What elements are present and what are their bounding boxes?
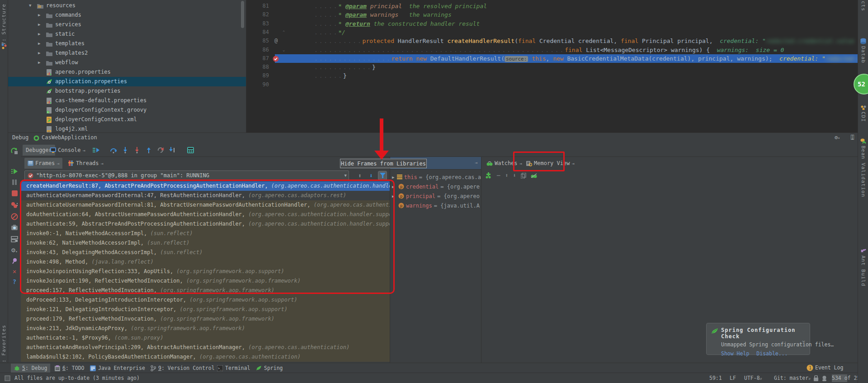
chevron-collapsed-icon[interactable]: ▶ [38,58,40,67]
hide-frames-filter-icon[interactable] [378,171,387,180]
drop-frame-icon[interactable] [156,146,165,154]
code-line-85[interactable]: ..........protected HandlerResult create… [314,37,854,45]
gutter-line-number[interactable]: 86 [249,46,269,54]
step-out-icon[interactable] [145,146,153,154]
gutter-line-number[interactable]: 87 [249,54,269,63]
toolwindow-button-6-todo[interactable]: 6: TODO [52,364,87,373]
code-line-83[interactable]: .....* @return the constructed handler r… [314,19,480,28]
gutter-line-number[interactable]: 85 [249,37,269,45]
frame-row[interactable]: invokeJoinpointUsingReflection:333, AopU… [21,267,390,276]
force-step-into-icon[interactable] [133,146,141,154]
tree-item-webflow[interactable]: ▶webflow [8,58,246,67]
rerun-icon[interactable] [10,147,19,155]
update-status-icon[interactable] [5,375,10,381]
combo-dropdown-icon[interactable]: ▼ [344,173,347,178]
thread-dump-icon[interactable] [10,223,19,232]
gutter-line-number[interactable]: 90 [249,80,269,89]
gutter-line-number[interactable]: 88 [249,63,269,71]
tab-memory-view[interactable]: Memory View⇥ [523,158,578,169]
close-icon[interactable]: ✕ [10,267,19,275]
tab-console[interactable]: Console⇥ [47,145,89,156]
frame-row[interactable]: invoke:62, NativeMethodAccessorImpl, (su… [21,238,390,248]
variable-row-principal[interactable]: ▶pprincipal= {org.apereo [390,191,481,201]
chevron-expanded-icon[interactable]: ▼ [29,1,31,10]
tree-item-static[interactable]: ▶static [8,29,246,39]
toolwindow-button-terminal[interactable]: >_Terminal [214,364,253,373]
chevron-collapsed-icon[interactable]: ▶ [38,10,40,20]
tree-item-cas-theme-default.properties[interactable]: cas-theme-default.properties [8,96,246,105]
gutter-line-number[interactable]: 83 [249,19,269,28]
variable-row-credential[interactable]: ▶pcredential= {org.apere [390,182,481,191]
stop-icon[interactable] [10,189,19,197]
lock-icon[interactable] [814,375,818,381]
chevron-collapsed-icon[interactable]: ▶ [38,29,40,39]
frame-row[interactable]: authenticateUsernamePasswordInternal:47,… [21,191,390,200]
restore-layout-icon[interactable] [10,235,19,243]
toolwindow-button-5-debug[interactable]: 5: Debug [11,364,50,373]
frame-row[interactable]: invokeJoinpoint:190, ReflectiveMethodInv… [21,276,390,286]
database-toolwindow-button[interactable]: Datab [858,38,868,63]
file-encoding[interactable]: UTF-8⇵ [744,373,762,383]
frame-row[interactable]: doProceed:133, DelegatingIntroductionInt… [21,295,390,305]
gutter-line-number[interactable]: 84 [249,28,269,37]
evaluate-expression-icon[interactable] [186,146,194,154]
code-line-86[interactable]: ........................................… [314,46,784,54]
mute-breakpoints-icon[interactable] [10,213,19,221]
tree-scrollbar[interactable] [241,1,244,28]
tree-item-deployerConfigContext.groovy[interactable]: GdeployerConfigContext.groovy [8,105,246,115]
tab-threads[interactable]: Threads⇥ [65,158,107,169]
show-execution-point-icon[interactable] [92,146,100,154]
add-watch-icon[interactable] [485,172,492,179]
help-icon[interactable]: ? [10,278,19,286]
debug-settings-gear-icon[interactable]: ⚙▾ [835,134,840,141]
gutter-line-number[interactable]: 89 [249,71,269,80]
code-editor[interactable]: 81.....* @param principal the resolved p… [246,0,858,132]
toolwindow-button-partial[interactable]: cts [858,1,868,11]
code-line-88[interactable]: ............} [314,63,376,71]
variables-pin-icon[interactable]: ⇥ [475,160,477,165]
breakpoint-icon[interactable] [273,56,279,62]
tree-item-commands[interactable]: ▶commands [8,10,246,20]
structure-toolwindow-button[interactable]: 7: Structure [1,4,7,45]
tree-item-services[interactable]: ▶services [8,20,246,29]
tree-item-log4j2.xml[interactable]: <>log4j2.xml [8,124,246,132]
variable-row-warnings[interactable]: pwarnings= {java.util.A [390,201,481,210]
code-line-84[interactable]: .....*/ [314,28,345,37]
favorites-toolwindow-button[interactable]: 2: Favorites [1,325,7,366]
tree-item-resources[interactable]: ▼resources [8,1,246,10]
tab-frames[interactable]: Frames⇥ [24,158,62,169]
gutter-line-number[interactable]: 81 [249,2,269,10]
frame-row[interactable]: authenticate:59, AbstractPreAndPostProce… [21,219,390,229]
view-breakpoints-icon[interactable] [10,201,19,209]
fold-marker-icon[interactable]: ⌃ [283,30,285,34]
frame-row[interactable]: invoke0:-1, NativeMethodAccessorImpl, (s… [21,229,390,238]
tree-item-templates[interactable]: ▶templates [8,39,246,48]
event-log-button[interactable]: Event Log [815,364,843,371]
frame-row[interactable]: invoke:121, DelegatingIntroductionInterc… [21,305,390,314]
ant-build-toolwindow-button[interactable]: Ant Build [858,248,868,287]
frames-list[interactable]: createHandlerResult:87, AbstractPreAndPo… [21,181,390,363]
frame-row[interactable]: invoke:213, JdkDynamicAopProxy, (org.spr… [21,324,390,333]
hide-toolwindow-icon[interactable]: ⍗ [851,134,854,141]
show-watches-in-variables-icon[interactable] [531,173,537,178]
frame-row[interactable]: doAuthentication:64, AbstractUsernamePas… [21,210,390,219]
frame-row[interactable]: authenticate:-1, $Proxy96, (com.sun.prox… [21,333,390,343]
notification-balloon[interactable]: Spring Configuration Check Unmapped Spri… [706,323,810,355]
code-line-81[interactable]: .....* @param principal the resolved pri… [314,2,487,10]
tree-item-apereo.properties[interactable]: apereo.properties [8,67,246,77]
toolwindow-button-spring[interactable]: Spring [253,364,286,373]
tree-item-deployerConfigContext.xml[interactable]: <>deployerConfigContext.xml [8,115,246,124]
step-over-icon[interactable] [109,146,118,154]
frame-row[interactable]: authenticateAndResolvePrincipal:209, Abs… [21,343,390,352]
code-line-89[interactable]: ......} [314,71,347,80]
step-into-icon[interactable] [121,146,129,154]
chevron-collapsed-icon[interactable]: ▶ [38,39,40,48]
tab-watches[interactable]: Watches⇥ [483,158,525,169]
structure-icon[interactable] [1,43,7,50]
variable-row-this[interactable]: ▶this= {org.apereo.cas.a [390,172,481,182]
gutter-annotation-icon[interactable]: @ [274,37,278,45]
fold-marker-icon[interactable]: ⌄ [283,47,285,52]
toolwindow-button-9-version-control[interactable]: 9: Version Control [147,364,218,373]
bean-validation-toolwindow-button[interactable]: Bean Validation [858,138,868,197]
frame-row[interactable]: proceed:157, ReflectiveMethodInvocation,… [21,286,390,295]
